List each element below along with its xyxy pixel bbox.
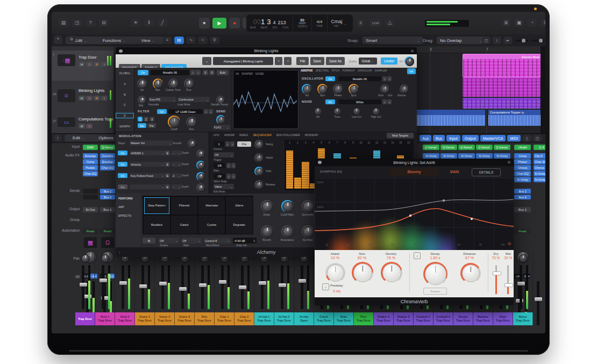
input-button[interactable]: Q-Sampl. bbox=[440, 145, 457, 150]
snapshot-pad[interactable]: Cycles bbox=[198, 216, 225, 234]
automation-button[interactable]: Read bbox=[83, 229, 98, 234]
view-menu[interactable]: View⌄ bbox=[132, 37, 164, 44]
mixer-icon[interactable]: ‖ bbox=[144, 18, 154, 27]
channel-name-cell[interactable]: Clap 2Trap Door bbox=[234, 312, 254, 325]
mod-source-select[interactable]: Key Follow Fixed⌄ bbox=[130, 173, 165, 178]
channel-name-cell[interactable]: Kick 2Trap Door bbox=[115, 312, 135, 325]
room-type-select[interactable]: Bloomy bbox=[390, 168, 438, 176]
osc-knob[interactable] bbox=[334, 85, 343, 94]
lcd-display[interactable]: 001 3 4 213 BARBEATDIVTICK 90 KEEP TEMPO bbox=[246, 15, 353, 32]
mod-source-select[interactable]: AHDSR 1⌄ bbox=[130, 151, 165, 155]
track-header-trap-door[interactable]: 1 ›▦ Trap Door MSRI bbox=[52, 51, 113, 81]
share-icon[interactable]: ⇪ bbox=[540, 18, 545, 27]
perform-knob[interactable] bbox=[303, 201, 314, 212]
output-button[interactable]: Bus 1 bbox=[100, 207, 115, 212]
channel-name-cell[interactable]: Cowbell 3Trap Door bbox=[433, 312, 453, 325]
audio-fx-slot[interactable]: Pedals bbox=[83, 165, 98, 170]
catch-icon[interactable]: ⚲ bbox=[210, 37, 219, 44]
noise-on-button[interactable]: On bbox=[325, 99, 335, 104]
limiter-button[interactable]: Limiter bbox=[381, 58, 397, 65]
perform-tab[interactable]: ARP bbox=[116, 205, 140, 209]
channel-name-cell[interactable]: RimTrap Door bbox=[195, 312, 215, 325]
track-state-button[interactable]: M bbox=[79, 96, 85, 101]
distance-knob[interactable] bbox=[462, 265, 480, 282]
volume-fader[interactable] bbox=[241, 265, 244, 309]
mixer-filter-button[interactable]: MIDI bbox=[507, 135, 521, 141]
mod-section-tab[interactable]: SEQUENCER bbox=[253, 133, 272, 137]
pan-knob[interactable] bbox=[81, 254, 90, 263]
audio-fx-slot[interactable]: Chorus bbox=[534, 165, 545, 170]
channel-name-cell[interactable]: SlamTrap Door bbox=[493, 312, 513, 325]
pan-knob[interactable] bbox=[101, 254, 110, 263]
drag-select[interactable]: No Overlap⌄ bbox=[437, 37, 485, 44]
snapshot-pad[interactable]: Gated bbox=[171, 216, 198, 234]
audio-fx-slot[interactable]: St-Delay bbox=[534, 177, 545, 182]
mod-num-select[interactable]: 2⌄ bbox=[172, 173, 182, 178]
send-dest-select[interactable]: F1/F2⌄ bbox=[213, 125, 230, 130]
volume-fader[interactable] bbox=[520, 265, 522, 309]
audio-fx-slot[interactable]: Comp bbox=[514, 153, 531, 159]
resize-icon[interactable]: › bbox=[119, 250, 120, 255]
track-state-button[interactable]: M bbox=[79, 124, 85, 129]
mod-section-tab[interactable]: MODMAP bbox=[305, 133, 318, 137]
channel-name-cell[interactable]: Trap Door bbox=[75, 312, 95, 325]
snapshot-pad[interactable]: Alternate bbox=[198, 197, 225, 215]
track-state-button[interactable]: S bbox=[86, 124, 93, 129]
volume-fader[interactable] bbox=[201, 265, 204, 309]
attack-knob[interactable] bbox=[327, 265, 344, 282]
synth-icon[interactable]: ⌗ bbox=[58, 89, 75, 102]
midi-region[interactable] bbox=[463, 77, 541, 97]
volume-fader[interactable] bbox=[82, 265, 84, 309]
mod-depth-knob[interactable] bbox=[197, 162, 205, 169]
step-bar[interactable] bbox=[286, 151, 293, 189]
channel-name-cell[interactable]: Snare 3Trap Door bbox=[175, 312, 195, 325]
send-slot[interactable]: Bus 3 bbox=[514, 195, 531, 199]
filter-number-button[interactable]: 3 bbox=[150, 117, 154, 122]
track-header-computations-topper[interactable]: 27 ▭ Computations Topp MS bbox=[52, 114, 113, 134]
osc-engine-tab[interactable]: GRANULAR bbox=[358, 69, 372, 72]
input-button[interactable]: Q-Sampl bbox=[100, 145, 115, 150]
audio-fx-slot[interactable]: Chan EQ bbox=[514, 171, 531, 176]
prev-icon[interactable]: ‹ bbox=[190, 70, 195, 75]
audio-fx-slot[interactable]: Chan EQ bbox=[100, 165, 115, 170]
gear-icon[interactable]: ⚙ bbox=[143, 238, 155, 244]
track-state-button[interactable]: R bbox=[94, 62, 100, 67]
output-button[interactable]: St Out bbox=[83, 207, 98, 212]
volume-fader[interactable] bbox=[281, 265, 283, 309]
automation-button[interactable]: Read bbox=[514, 229, 531, 234]
play-button[interactable]: ▶ bbox=[212, 18, 226, 28]
mod-source-select[interactable]: ⌄ bbox=[130, 184, 165, 189]
perform-tab[interactable]: PERFORM bbox=[116, 197, 140, 200]
prev-icon[interactable]: ‹ bbox=[382, 76, 387, 81]
pencil-icon[interactable]: ╱ bbox=[157, 18, 168, 27]
audio-fx-slot[interactable]: Phaser bbox=[514, 159, 531, 165]
volume-fader[interactable] bbox=[102, 265, 104, 309]
mixer-edit-menu[interactable]: Edit⌄ bbox=[65, 134, 93, 141]
osc-engine-tab[interactable]: SAMPLER bbox=[375, 69, 387, 72]
mod-section-tab[interactable]: AHDSR bbox=[224, 133, 234, 137]
link-icon[interactable]: ⧉ bbox=[508, 160, 510, 165]
media-browser-icon[interactable]: ▤ bbox=[58, 18, 69, 27]
send-slot[interactable]: St-Delay bbox=[494, 153, 510, 159]
audio-fx-slot[interactable]: Chan EQ bbox=[534, 159, 545, 165]
source-on-button[interactable]: On bbox=[138, 70, 148, 75]
dual-strip-icon[interactable]: ◫ bbox=[533, 135, 542, 141]
serial-button[interactable]: Ser bbox=[138, 123, 146, 128]
automation-button[interactable]: Read bbox=[100, 229, 115, 234]
metronome-button[interactable]: △ bbox=[385, 19, 395, 27]
mixer-filter-button[interactable]: Bus bbox=[433, 135, 445, 141]
source-knob[interactable] bbox=[185, 80, 194, 89]
filter-number-button[interactable]: 2 bbox=[144, 117, 148, 122]
track-name[interactable]: Computations Topp bbox=[79, 117, 113, 122]
toolbar-toggle-icon[interactable]: ▣ bbox=[514, 18, 524, 27]
sequencer-step[interactable]: 1 bbox=[286, 141, 293, 189]
va-tab[interactable]: VA bbox=[407, 68, 416, 74]
octave-select[interactable]: Off⌄ bbox=[159, 238, 179, 244]
snap-select[interactable]: Smart⌄ bbox=[363, 37, 423, 44]
channel-name-cell[interactable]: CrashTrap Door bbox=[314, 312, 334, 325]
channel-name-cell[interactable]: Snare 2Trap Door bbox=[155, 312, 175, 325]
next-icon[interactable]: › bbox=[387, 76, 392, 81]
flex-icon[interactable]: ⌗ bbox=[198, 37, 208, 44]
decay-sync-note-icon[interactable]: ♪ bbox=[414, 252, 421, 259]
next-icon[interactable]: › bbox=[231, 163, 236, 168]
